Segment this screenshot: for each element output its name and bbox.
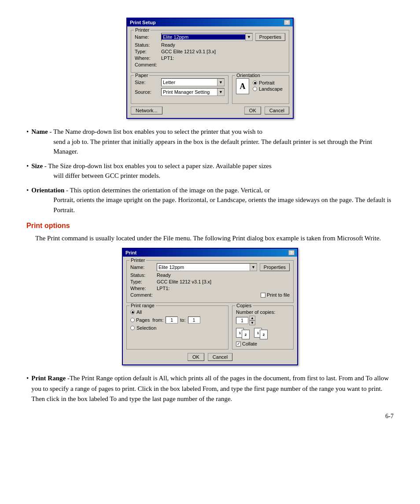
copies-spinner[interactable]: ▲ ▼ (249, 316, 255, 325)
print-setup-dialog-wrapper: Print Setup ? Printer Name: Elite 12ppm … (26, 18, 394, 119)
print-where-value: LPT1: (157, 286, 169, 291)
print-options-heading: Print options (26, 222, 394, 230)
bullet-dot-orientation: • (26, 185, 29, 215)
print-range-label: Print range (129, 303, 156, 308)
copies-input[interactable]: 1 (236, 317, 248, 324)
type-value: GCC Elite 1212 v3.1 [3.x] (161, 49, 216, 54)
print-name-dropdown-btn[interactable]: ▼ (250, 264, 257, 271)
properties-button[interactable]: Properties (255, 33, 285, 41)
print-range-bullet: • Print Range -The Print Range option de… (26, 373, 394, 404)
bullet-dot-size: • (26, 161, 29, 181)
cancel-button[interactable]: Cancel (265, 107, 289, 114)
print-dialog-body: Printer Name: Elite 12ppm ▼ Properties S… (123, 257, 297, 364)
bullet-size: • Size - The Size drop-down list box ena… (26, 161, 394, 181)
spinner-down[interactable]: ▼ (249, 320, 255, 325)
print-name-row: Name: Elite 12ppm ▼ Properties (130, 263, 290, 271)
name-dropdown-btn[interactable]: ▼ (245, 33, 252, 40)
print-to-file-label: Print to file (267, 292, 290, 298)
print-titlebar-buttons: ? (288, 250, 295, 255)
from-input[interactable]: 1 (166, 316, 178, 324)
bullet-content-size: Size - The Size drop-down list box enabl… (31, 161, 394, 181)
portrait-label: Portrait (259, 80, 274, 85)
print-range-bullet-label: Print Range (31, 375, 66, 382)
landscape-radio[interactable] (253, 87, 257, 91)
bullet-indent-orientation: Portrait, orients the image upright on t… (31, 195, 394, 215)
status-value: Ready (161, 42, 175, 48)
setup-button-row: Network... OK Cancel (131, 107, 289, 114)
print-where-label: Where: (130, 286, 157, 291)
print-help-button[interactable]: ? (288, 250, 295, 255)
help-button[interactable]: ? (284, 20, 290, 25)
print-to-file-checkbox[interactable] (261, 293, 265, 298)
print-properties-button[interactable]: Properties (260, 263, 290, 271)
from-label: from: (152, 317, 163, 323)
print-ok-button[interactable]: OK (188, 353, 204, 361)
spinner-up[interactable]: ▲ (249, 316, 255, 320)
print-range-bullet-dot: • (26, 373, 29, 404)
print-type-row: Type: GCC Elite 1212 v3.1 [3.x] (130, 279, 290, 284)
type-row: Type: GCC Elite 1212 v3.1 [3.x] (135, 49, 285, 54)
bullet-name: • Name - The Name drop-down list box ena… (26, 127, 394, 157)
num-copies-row: Number of copies: 1 ▲ ▼ (236, 309, 290, 325)
print-titlebar: Print ? (123, 249, 297, 257)
orient-inner: A Portrait Landscape (236, 78, 285, 94)
copies-group-label: Copies (235, 303, 253, 308)
network-button[interactable]: Network... (131, 107, 162, 114)
status-label: Status: (135, 42, 161, 48)
landscape-row[interactable]: Landscape (253, 86, 283, 92)
print-status-row: Status: Ready (130, 272, 290, 278)
to-label: to: (180, 317, 185, 323)
all-radio[interactable] (130, 310, 135, 314)
selection-label: Selection (136, 325, 156, 331)
print-dialog-wrapper: Print ? Printer Name: Elite 12ppm ▼ (26, 248, 394, 365)
selection-radio[interactable] (130, 326, 135, 330)
print-button-row: OK Cancel (126, 353, 294, 361)
orientation-group: Orientation A Portrait (232, 75, 289, 104)
all-row[interactable]: All (130, 309, 225, 315)
to-input[interactable]: 1 (188, 316, 200, 324)
print-to-file-row: Print to file (261, 292, 290, 298)
print-cancel-button[interactable]: Cancel (208, 353, 232, 361)
collate-checkbox[interactable]: ✓ (236, 342, 241, 346)
num-copies-label: Number of copies: (236, 309, 275, 315)
page-content: Print Setup ? Printer Name: Elite 12ppm … (26, 18, 394, 420)
copies-box: Copies Number of copies: 1 ▲ ▼ (232, 305, 294, 349)
status-row: Status: Ready (135, 42, 285, 48)
name-value: Elite 12ppm (162, 34, 245, 40)
print-comment-label: Comment: (130, 292, 157, 298)
print-type-label: Type: (130, 279, 157, 284)
bullet-section: • Name - The Name drop-down list box ena… (26, 127, 394, 215)
selection-row[interactable]: Selection (130, 325, 225, 331)
name-label: Name: (135, 34, 161, 40)
name-dropdown[interactable]: Elite 12ppm ▼ (161, 33, 253, 41)
orientation-section: Orientation A Portrait (232, 75, 289, 104)
print-setup-titlebar: Print Setup ? (127, 18, 293, 26)
print-name-value: Elite 12ppm (157, 265, 250, 270)
orientation-group-label: Orientation (235, 73, 262, 78)
source-value: Print Manager Setting (162, 89, 217, 95)
print-setup-title: Print Setup (130, 20, 156, 25)
print-range-box: Print range All Pages from: 1 to: 1 (126, 305, 228, 349)
print-where-row: Where: LPT1: (130, 286, 290, 291)
paper-group-label: Paper (134, 73, 149, 78)
name-input-row: Elite 12ppm ▼ Properties (161, 33, 285, 41)
copy-sheet-4: 2 (260, 330, 268, 339)
bullet-dot-name: • (26, 127, 29, 157)
portrait-radio[interactable] (253, 81, 257, 85)
portrait-row[interactable]: Portrait (253, 80, 283, 85)
print-name-input-row: Elite 12ppm ▼ Properties (157, 263, 290, 271)
source-dropdown-btn[interactable]: ▼ (217, 88, 224, 96)
print-range-bullet-content: Print Range -The Print Range option defa… (31, 373, 394, 404)
size-dropdown[interactable]: Letter ▼ (161, 78, 225, 86)
pages-radio[interactable] (130, 318, 135, 322)
source-dropdown[interactable]: Print Manager Setting ▼ (161, 88, 225, 96)
print-setup-dialog: Print Setup ? Printer Name: Elite 12ppm … (126, 18, 294, 119)
titlebar-buttons: ? (284, 20, 290, 25)
print-setup-body: Printer Name: Elite 12ppm ▼ Properties S… (127, 26, 293, 118)
paper-section: Paper Size: Letter ▼ Source: (131, 75, 228, 104)
print-name-dropdown[interactable]: Elite 12ppm ▼ (157, 263, 257, 271)
print-title: Print (125, 250, 136, 255)
ok-button[interactable]: OK (244, 107, 261, 114)
where-row: Where: LPT1: (135, 55, 285, 61)
size-dropdown-btn[interactable]: ▼ (217, 79, 224, 86)
